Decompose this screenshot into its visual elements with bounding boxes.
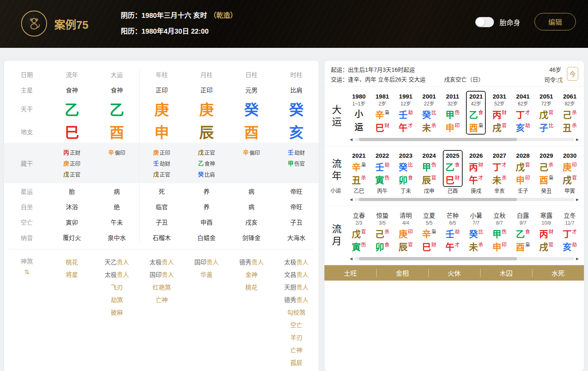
toggle-knob[interactable] [476, 18, 485, 26]
scroll-right-icon[interactable]: ▶ [574, 197, 581, 202]
dayun-box[interactable]: 19801~1岁小运 [349, 91, 368, 135]
dayun-item-2001[interactable]: 200122岁癸比未杀 [417, 91, 441, 135]
dayun-box[interactable]: 206182岁己杀丑杀 [560, 91, 580, 135]
liuyue-section-label: 流月 [324, 210, 347, 262]
dayun-item-1981[interactable]: 19812岁辛枭巳财 [371, 91, 394, 135]
dayun-item-1991[interactable]: 199112岁壬劫午才 [394, 91, 418, 135]
liuyue-item-6[interactable]: 立秋8/7甲伤申印 [488, 210, 511, 254]
stem-god-pair: 午才 [446, 240, 460, 253]
scroll-left-icon[interactable]: ◀ [348, 137, 354, 142]
dayun-item-2011[interactable]: 201132岁甲伤申印 [441, 91, 464, 135]
stem-god-pair: 午才 [469, 173, 483, 186]
liuyue-item-1[interactable]: 惊蛰3/5己杀卯食 [371, 210, 394, 254]
scroll-right-icon[interactable]: ▶ [574, 137, 581, 142]
dayun-item-2051[interactable]: 205172岁戊官子比 [534, 91, 558, 135]
liunian-box[interactable]: 2030庚印戌官 [560, 150, 580, 187]
liuyue-item-9[interactable]: 立冬11/7丁才亥劫 [558, 210, 582, 254]
liuyue-box[interactable]: 立夏5/5辛枭巳财 [419, 210, 439, 254]
liunian-box[interactable]: 2021辛枭丑杀 [349, 150, 369, 187]
liuyue-item-4[interactable]: 芒种6/5壬劫午才 [441, 210, 464, 254]
liunian-item-2021[interactable]: 2021辛枭丑杀乙巳 [347, 150, 371, 195]
scroll-right-icon[interactable]: ▶ [574, 256, 581, 262]
dayun-scrollbar[interactable]: ◀ ▶ [348, 137, 581, 142]
shensha-sort-icon[interactable]: ⇅ [24, 268, 30, 276]
liuyue-box[interactable]: 惊蛰3/5己杀卯食 [372, 210, 392, 254]
liuyue-box[interactable]: 立冬11/7丁才亥劫 [560, 210, 580, 254]
liunian-scrollbar-track[interactable] [354, 198, 574, 201]
stem-god-pair: 己杀 [539, 160, 554, 173]
dayun-item-1980[interactable]: 19801~1岁小运 [347, 91, 371, 135]
ten-god-char: 枭 [431, 228, 436, 235]
shensha-item: 披麻 [111, 306, 123, 319]
stem-god-pair: 戊官 [539, 107, 554, 120]
liunian-box[interactable]: 2028戊官申印 [513, 150, 533, 187]
liunian-scrollbar-thumb[interactable] [359, 198, 517, 201]
stem-char: 庚 [184, 97, 229, 120]
liunian-item-2026[interactable]: 2026丙财午才庚戌 [464, 150, 488, 195]
liunian-item-2030[interactable]: 2030庚印戌官甲寅 [558, 150, 582, 195]
siling-label: 司令: [544, 77, 557, 83]
liuyue-box[interactable]: 寒露10/8丙财戌官 [536, 210, 556, 254]
liunian-box[interactable]: 2029己杀酉枭 [536, 150, 556, 187]
scroll-left-icon[interactable]: ◀ [348, 197, 354, 202]
taimingshen-toggle[interactable] [475, 17, 494, 27]
liunian-box[interactable]: 2025乙食巳财 [443, 150, 463, 187]
dayun-item-2031[interactable]: 203152岁丙财戌官 [488, 91, 511, 135]
liuyue-box[interactable]: 小暑7/7癸比未杀 [466, 210, 486, 254]
liunian-item-2028[interactable]: 2028戊官申印壬子 [511, 150, 535, 195]
liunian-item-2027[interactable]: 2027丁才未杀辛亥 [488, 150, 511, 195]
liunian-section: 流年 小运 2021辛枭丑杀乙巳2022壬劫寅伤丙午2023癸比卯食丁未2024… [324, 146, 584, 206]
liuyue-box[interactable]: 立秋8/7甲伤申印 [489, 210, 509, 254]
liuyue-scrollbar-track[interactable] [354, 257, 574, 260]
liunian-box[interactable]: 2027丁才未杀 [489, 150, 509, 187]
dayun-item-2021[interactable]: 202142岁乙食酉枭 [464, 91, 488, 135]
xiaoyun-ganzhi: 戊申 [424, 187, 434, 195]
dayun-box[interactable]: 200122岁癸比未杀 [419, 91, 439, 135]
liunian-box[interactable]: 2022壬劫寅伤 [372, 150, 392, 187]
stem-god-pair: 子比 [539, 120, 554, 133]
pillar-header: 大运 [94, 66, 139, 82]
main-star: 正印 [184, 82, 229, 97]
liuyue-box[interactable]: 立春2/3戊官寅伤 [349, 210, 369, 254]
liunian-box[interactable]: 2026丙财午才 [466, 150, 486, 187]
liunian-box[interactable]: 2024甲伤辰官 [419, 150, 439, 187]
stem-char: 乙 [94, 97, 139, 120]
dayun-box[interactable]: 202142岁乙食酉枭 [466, 91, 486, 135]
liuyue-scrollbar[interactable]: ◀ ▶ [348, 256, 581, 262]
dayun-box[interactable]: 199112岁壬劫午才 [396, 91, 416, 135]
shensha-item: 太极贵人 [105, 268, 129, 281]
liunian-item-2022[interactable]: 2022壬劫寅伤丙午 [371, 150, 394, 195]
liuyue-item-8[interactable]: 寒露10/8丙财戌官 [534, 210, 558, 254]
dayun-scrollbar-track[interactable] [354, 138, 574, 141]
liuyue-box[interactable]: 芒种6/5壬劫午才 [443, 210, 463, 254]
liuyue-box[interactable]: 白露9/7乙食酉枭 [513, 210, 533, 254]
dayun-box[interactable]: 205172岁戊官子比 [536, 91, 556, 135]
liuyue-scrollbar-thumb[interactable] [359, 257, 517, 260]
dayun-box[interactable]: 19812岁辛枭巳财 [372, 91, 392, 135]
scroll-left-icon[interactable]: ◀ [348, 256, 354, 262]
liuyue-item-3[interactable]: 立夏5/5辛枭巳财 [417, 210, 441, 254]
dayun-item-2061[interactable]: 206182岁己杀丑杀 [558, 91, 582, 135]
liuyue-item-7[interactable]: 白露9/7乙食酉枭 [511, 210, 535, 254]
dayun-box[interactable]: 204162岁丁才亥劫 [513, 91, 533, 135]
liunian-item-2024[interactable]: 2024甲伤辰官戊申 [417, 150, 441, 195]
liunian-item-2029[interactable]: 2029己杀酉枭癸丑 [534, 150, 558, 195]
liuyue-body: 立春2/3戊官寅伤惊蛰3/5己杀卯食清明4/4庚印辰官立夏5/5辛枭巳财芒种6/… [347, 210, 582, 262]
edit-button[interactable]: 编辑 [534, 13, 576, 30]
liunian-item-2023[interactable]: 2023癸比卯食丁未 [394, 150, 418, 195]
ganzhi-char: 午 [446, 240, 455, 253]
today-badge[interactable]: 今 [567, 67, 578, 81]
liuyue-item-5[interactable]: 小暑7/7癸比未杀 [464, 210, 488, 254]
shensha-guiren: 贵人 [296, 296, 309, 303]
liunian-scrollbar[interactable]: ◀ ▶ [348, 197, 581, 202]
liunian-item-2025[interactable]: 2025乙食巳财己酉 [441, 150, 464, 195]
dayun-box[interactable]: 203152岁丙财戌官 [489, 91, 509, 135]
dayun-scrollbar-thumb[interactable] [359, 138, 517, 141]
liuyue-item-2[interactable]: 清明4/4庚印辰官 [394, 210, 418, 254]
liuyue-item-0[interactable]: 立春2/3戊官寅伤 [347, 210, 371, 254]
liunian-box[interactable]: 2023癸比卯食 [396, 150, 416, 187]
liuyue-box[interactable]: 清明4/4庚印辰官 [396, 210, 416, 254]
ganzhi-char: 戊 [516, 160, 525, 173]
dayun-item-2041[interactable]: 204162岁丁才亥劫 [511, 91, 535, 135]
dayun-box[interactable]: 201132岁甲伤申印 [443, 91, 463, 135]
